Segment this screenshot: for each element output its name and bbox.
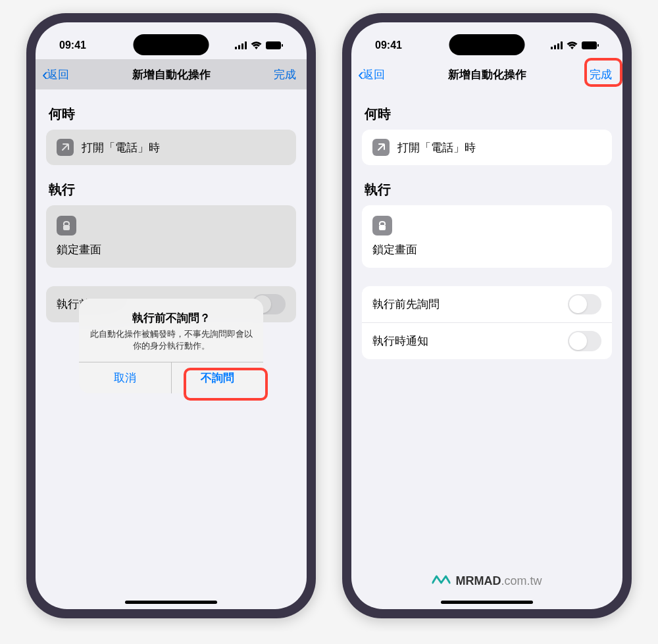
svg-rect-13 [379,225,386,230]
signal-icon [235,41,247,49]
navigation-bar: ‹ 返回 新增自動化操作 完成 [36,59,307,89]
svg-rect-0 [235,47,237,49]
watermark-text: MRMAD.com.tw [455,574,542,588]
trigger-card[interactable]: 打開「電話」時 [46,130,296,165]
alert-message: 此自動化操作被觸發時，不事先詢問即會以你的身分執行動作。 [89,328,253,351]
ask-before-toggle[interactable] [568,294,601,314]
navigation-bar: ‹ 返回 新增自動化操作 完成 [351,59,622,89]
battery-icon [582,41,599,49]
nav-title: 新增自動化操作 [132,67,211,82]
back-label: 返回 [47,67,69,82]
action-label: 鎖定畫面 [372,242,601,257]
signal-icon [551,41,563,49]
alert-title: 執行前不詢問？ [89,310,253,326]
section-header-when: 何時 [362,89,612,130]
setting-notify: 執行時通知 [362,322,612,359]
phone-mockup-right: 09:41 ‹ 返回 新增自動化操作 完成 何時 打開 [342,13,632,618]
content-area: 何時 打開「電話」時 執行 鎖定畫面 執行前先詢問 [351,89,622,359]
alert-dialog: 執行前不詢問？ 此自動化操作被觸發時，不事先詢問即會以你的身分執行動作。 取消 … [79,299,263,393]
lock-icon [57,216,76,235]
svg-rect-4 [266,41,281,49]
status-time: 09:41 [59,39,86,51]
svg-rect-12 [597,44,599,47]
svg-rect-8 [554,45,556,50]
watermark: MRMAD.com.tw [432,572,542,589]
back-button[interactable]: ‹ 返回 [42,66,69,83]
app-open-icon [57,139,74,156]
dynamic-island [134,34,209,55]
section-header-do: 執行 [362,165,612,205]
action-label: 鎖定畫面 [57,242,286,257]
trigger-card[interactable]: 打開「電話」時 [362,130,612,165]
done-button[interactable]: 完成 [274,67,296,82]
setting-label: 執行時通知 [372,334,428,349]
status-icons [235,41,283,49]
action-card[interactable]: 鎖定畫面 [46,205,296,268]
setting-ask-before: 執行前先詢問 [362,286,612,322]
alert-confirm-button[interactable]: 不詢問 [171,362,264,393]
status-time: 09:41 [375,39,402,51]
home-indicator[interactable] [441,601,533,604]
screen: 09:41 ‹ 返回 新增自動化操作 完成 何時 打開「電話」時 [36,22,307,609]
svg-rect-10 [561,41,563,49]
home-indicator[interactable] [125,601,217,604]
battery-icon [266,41,283,49]
status-icons [551,41,599,49]
nav-title: 新增自動化操作 [448,67,526,82]
settings-group: 執行前先詢問 執行時通知 [362,286,612,359]
section-header-do: 執行 [46,165,296,205]
svg-rect-1 [238,45,240,50]
notify-toggle[interactable] [568,331,601,351]
trigger-label: 打開「電話」時 [82,140,160,155]
watermark-logo-icon [432,572,450,589]
section-header-when: 何時 [46,89,296,130]
svg-rect-11 [582,41,597,49]
back-label: 返回 [363,67,385,82]
svg-rect-2 [241,43,243,49]
screen: 09:41 ‹ 返回 新增自動化操作 完成 何時 打開 [351,22,622,609]
content-area: 何時 打開「電話」時 執行 鎖定畫面 執行前先詢問 [36,89,307,322]
alert-body: 執行前不詢問？ 此自動化操作被觸發時，不事先詢問即會以你的身分執行動作。 [79,299,263,362]
lock-icon [372,216,392,235]
trigger-label: 打開「電話」時 [397,140,476,155]
back-button[interactable]: ‹ 返回 [358,66,385,83]
done-button[interactable]: 完成 [590,67,612,82]
svg-rect-7 [551,47,553,49]
svg-rect-6 [63,225,70,230]
alert-buttons: 取消 不詢問 [79,362,263,393]
wifi-icon [567,41,578,49]
phone-mockup-left: 09:41 ‹ 返回 新增自動化操作 完成 何時 打開「電話」時 [26,13,316,618]
wifi-icon [251,41,262,49]
app-open-icon [372,139,390,156]
svg-rect-5 [282,44,283,47]
alert-cancel-button[interactable]: 取消 [79,362,171,393]
svg-rect-9 [557,43,559,49]
dynamic-island [449,34,525,55]
svg-rect-3 [245,41,247,49]
setting-label: 執行前先詢問 [372,297,440,312]
action-card[interactable]: 鎖定畫面 [362,205,612,268]
